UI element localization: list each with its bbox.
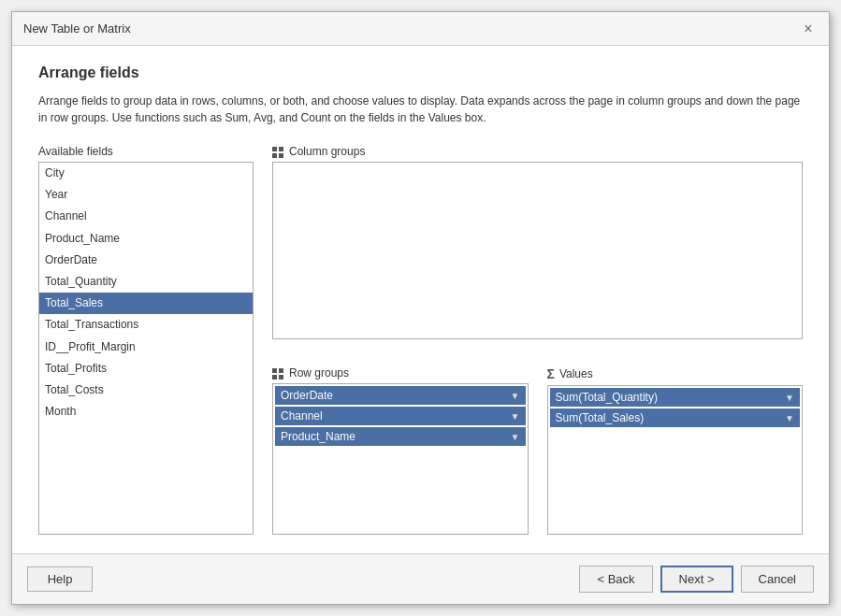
values-label: Σ Values: [547, 366, 804, 381]
column-groups-panel: Column groups: [272, 145, 803, 351]
available-field-item[interactable]: OrderDate: [39, 250, 253, 271]
row-group-item[interactable]: Product_Name▼: [275, 427, 526, 446]
svg-rect-3: [279, 153, 283, 158]
row-groups-panel: Row groups OrderDate▼Channel▼Product_Nam…: [272, 366, 529, 535]
close-button[interactable]: ×: [799, 20, 818, 38]
available-field-item[interactable]: Total_Profits: [39, 358, 253, 380]
available-field-item[interactable]: Total_Sales: [39, 293, 253, 314]
available-fields-listbox[interactable]: CityYearChannelProduct_NameOrderDateTota…: [38, 162, 254, 535]
section-title: Arrange fields: [38, 64, 803, 81]
dialog-body: Arrange fields Arrange fields to group d…: [12, 46, 829, 553]
grid-icon: [272, 147, 284, 159]
column-groups-box[interactable]: [272, 162, 803, 339]
available-field-item[interactable]: Year: [39, 184, 253, 206]
help-button[interactable]: Help: [27, 566, 93, 592]
svg-rect-5: [279, 368, 283, 373]
available-field-item[interactable]: Total_Transactions: [39, 314, 253, 336]
row-grid-icon: [272, 368, 284, 380]
available-field-item[interactable]: ID__Profit_Margin: [39, 337, 253, 358]
row-groups-label: Row groups: [272, 366, 529, 380]
footer-left: Help: [27, 566, 93, 592]
svg-rect-7: [279, 375, 283, 380]
dialog: New Table or Matrix × Arrange fields Arr…: [11, 11, 830, 605]
values-item[interactable]: Sum(Total_Quantity)▼: [550, 388, 801, 407]
available-field-item[interactable]: Channel: [39, 206, 253, 227]
dialog-footer: Help < Back Next > Cancel: [12, 553, 829, 604]
right-columns: Column groups: [272, 145, 803, 535]
svg-rect-0: [272, 147, 277, 151]
available-field-item[interactable]: Total_Costs: [39, 380, 253, 401]
dialog-title: New Table or Matrix: [23, 21, 131, 36]
available-fields-label: Available fields: [38, 145, 254, 158]
svg-rect-2: [272, 153, 277, 158]
row-groups-box[interactable]: OrderDate▼Channel▼Product_Name▼: [272, 383, 529, 535]
row-group-item[interactable]: Channel▼: [275, 407, 526, 425]
footer-right: < Back Next > Cancel: [579, 566, 814, 593]
svg-rect-4: [272, 368, 277, 373]
available-field-item[interactable]: Product_Name: [39, 228, 253, 250]
title-bar: New Table or Matrix ×: [12, 12, 829, 46]
back-button[interactable]: < Back: [579, 566, 652, 593]
sigma-icon: Σ: [547, 366, 555, 381]
available-field-item[interactable]: Month: [39, 401, 253, 423]
row-group-item[interactable]: OrderDate▼: [275, 386, 526, 405]
cancel-button[interactable]: Cancel: [741, 566, 814, 593]
description: Arrange fields to group data in rows, co…: [38, 93, 803, 126]
values-panel: Σ Values Sum(Total_Quantity)▼Sum(Total_S…: [547, 366, 804, 535]
values-item[interactable]: Sum(Total_Sales)▼: [550, 408, 801, 427]
svg-rect-1: [279, 147, 283, 151]
fields-area: Available fields CityYearChannelProduct_…: [38, 145, 803, 535]
column-groups-label: Column groups: [272, 145, 803, 158]
values-box[interactable]: Sum(Total_Quantity)▼Sum(Total_Sales)▼: [547, 385, 804, 535]
available-fields-panel: Available fields CityYearChannelProduct_…: [38, 145, 254, 535]
available-field-item[interactable]: Total_Quantity: [39, 271, 253, 293]
next-button[interactable]: Next >: [660, 566, 733, 593]
svg-rect-6: [272, 375, 277, 380]
bottom-panels: Row groups OrderDate▼Channel▼Product_Nam…: [272, 366, 803, 535]
available-field-item[interactable]: City: [39, 163, 253, 184]
